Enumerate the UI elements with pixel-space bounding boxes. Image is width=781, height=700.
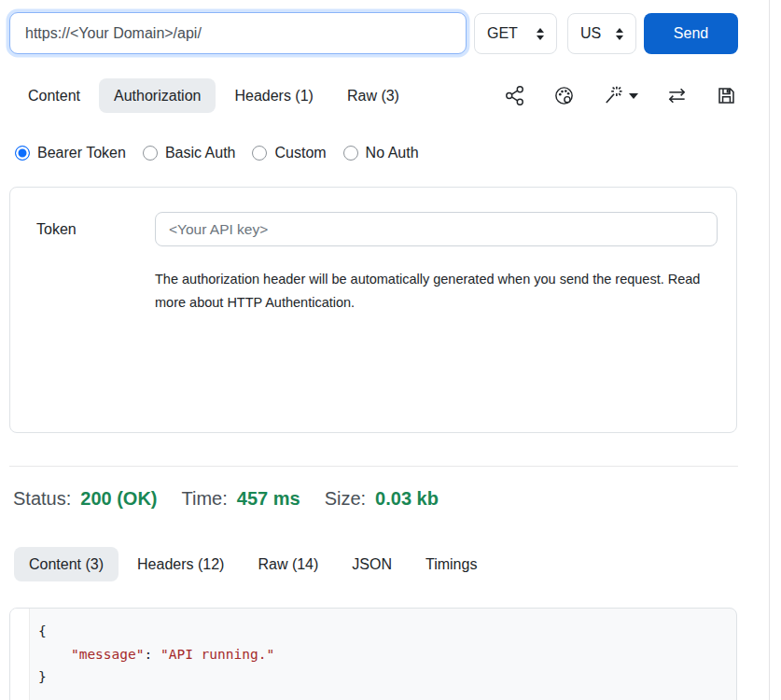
tab-content[interactable]: Content <box>13 78 95 113</box>
time-group: Time: 457 ms <box>182 488 300 510</box>
palette-icon[interactable] <box>553 85 575 106</box>
region-select[interactable]: US <box>567 13 636 54</box>
size-group: Size: 0.03 kb <box>325 488 439 510</box>
tab-response-timings[interactable]: Timings <box>411 547 492 581</box>
radio-custom[interactable]: Custom <box>252 145 326 161</box>
tab-authorization[interactable]: Authorization <box>99 78 216 113</box>
radio-label: Bearer Token <box>37 145 126 161</box>
code-gutter <box>10 609 30 700</box>
json-close-brace: } <box>38 669 47 684</box>
response-summary: Status: 200 (OK) Time: 457 ms Size: 0.03… <box>13 488 439 510</box>
status-label: Status: <box>13 488 71 510</box>
radio-basic-auth[interactable]: Basic Auth <box>143 145 236 161</box>
token-help-text: The authorization header will be automat… <box>155 268 707 315</box>
auth-type-options: Bearer Token Basic Auth Custom No Auth <box>15 140 419 166</box>
url-input[interactable] <box>9 12 467 54</box>
radio-unselected-icon <box>143 146 158 161</box>
json-open-brace: { <box>38 623 47 638</box>
radio-unselected-icon <box>252 146 267 161</box>
method-select-value: GET <box>487 25 518 42</box>
time-value: 457 ms <box>237 488 300 510</box>
status-group: Status: 200 (OK) <box>13 488 158 510</box>
token-input[interactable] <box>155 212 718 246</box>
json-line: "message": "API running." <box>38 643 727 666</box>
right-edge-divider <box>769 0 770 700</box>
radio-unselected-icon <box>343 146 358 161</box>
radio-label: No Auth <box>366 145 419 161</box>
tab-response-content[interactable]: Content (3) <box>14 547 119 581</box>
method-select[interactable]: GET <box>474 13 557 54</box>
select-arrows-icon <box>537 28 544 40</box>
json-indent <box>38 647 71 662</box>
json-key: "message" <box>71 647 145 662</box>
radio-selected-icon <box>15 146 30 161</box>
radio-label: Custom <box>274 145 326 161</box>
api-tester-page: GET US Send Content Authorization Header… <box>0 0 781 700</box>
region-select-value: US <box>580 25 601 42</box>
request-toolbar <box>504 84 737 107</box>
radio-no-auth[interactable]: No Auth <box>343 145 419 161</box>
send-button[interactable]: Send <box>644 13 738 54</box>
tab-response-json[interactable]: JSON <box>337 547 407 581</box>
tab-raw[interactable]: Raw (3) <box>332 78 414 113</box>
select-arrows-icon <box>616 28 623 40</box>
swap-arrows-icon[interactable] <box>666 85 688 106</box>
code-area: { "message": "API running." } <box>30 609 736 700</box>
size-value: 0.03 kb <box>375 488 439 510</box>
json-value: "API running." <box>160 647 274 662</box>
json-line: } <box>38 665 727 689</box>
status-value: 200 (OK) <box>80 488 157 510</box>
radio-label: Basic Auth <box>165 145 236 161</box>
time-label: Time: <box>182 488 228 510</box>
tab-headers[interactable]: Headers (1) <box>219 78 328 113</box>
response-body-block: { "message": "API running." } <box>9 608 737 700</box>
response-tabs: Content (3) Headers (12) Raw (14) JSON T… <box>14 547 492 581</box>
magic-wand-icon[interactable] <box>603 85 638 106</box>
tab-response-headers[interactable]: Headers (12) <box>122 547 239 581</box>
size-label: Size: <box>325 488 366 510</box>
bearer-token-panel: Token The authorization header will be a… <box>9 187 737 433</box>
tab-response-raw[interactable]: Raw (14) <box>243 547 333 581</box>
save-icon[interactable] <box>716 85 737 106</box>
token-label: Token <box>36 221 77 238</box>
radio-bearer-token[interactable]: Bearer Token <box>15 145 126 161</box>
request-tabs: Content Authorization Headers (1) Raw (3… <box>13 78 414 113</box>
json-line: { <box>38 620 727 643</box>
chevron-down-icon <box>629 93 638 99</box>
share-icon[interactable] <box>504 85 525 106</box>
json-colon: : <box>145 647 160 662</box>
section-divider <box>9 466 738 467</box>
